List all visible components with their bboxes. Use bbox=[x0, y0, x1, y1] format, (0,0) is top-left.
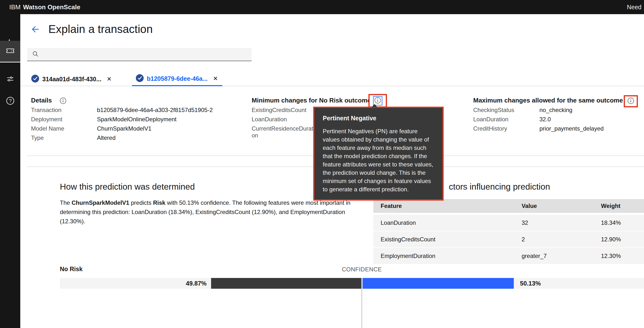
feature-name: CurrentResidenceDuration bbox=[252, 125, 317, 139]
column-header-value: Value bbox=[514, 203, 594, 209]
header-need-help-link[interactable]: Need bbox=[627, 0, 644, 14]
brand-ibm: IBM bbox=[9, 3, 20, 11]
no-risk-label: No Risk bbox=[60, 266, 82, 273]
feature-name: ExistingCreditsCount bbox=[252, 107, 317, 113]
min-changes-feature-list: ExistingCreditsCount LoanDuration Curren… bbox=[252, 107, 317, 141]
detail-row: Transactionb1205879-6dee-46a4-a303-2f815… bbox=[31, 107, 213, 113]
column-header-weight: Weight bbox=[594, 203, 644, 209]
min-changes-info-icon[interactable] bbox=[374, 97, 381, 105]
feature-name: LoanDuration bbox=[252, 116, 317, 123]
brand: IBM Watson OpenScale bbox=[9, 0, 80, 14]
details-heading: Details bbox=[31, 97, 52, 104]
left-nav: ? bbox=[0, 14, 20, 328]
factors-section-heading-visible-fragment: ctors influencing prediction bbox=[449, 182, 550, 192]
search-icon bbox=[32, 50, 39, 58]
predicted-class-bold: Risk bbox=[153, 199, 166, 206]
factors-table: Feature Value Weight LoanDuration 32 18.… bbox=[373, 199, 644, 264]
min-changes-heading: Minimum changes for No Risk outcome bbox=[252, 97, 371, 104]
risk-confidence-value: 50.13% bbox=[520, 280, 541, 287]
details-list: Transactionb1205879-6dee-46a4-a303-2f815… bbox=[31, 107, 213, 144]
sliders-icon bbox=[6, 75, 14, 84]
ticket-icon bbox=[6, 46, 15, 56]
table-row: EmploymentDuration greater_7 12.30% bbox=[373, 248, 644, 264]
svg-text:?: ? bbox=[9, 98, 12, 103]
no-risk-confidence-value: 49.87% bbox=[186, 280, 207, 287]
column-header-feature: Feature bbox=[373, 203, 514, 209]
tooltip-title: Pertinent Negative bbox=[323, 115, 434, 122]
page-title: Explain a transaction bbox=[48, 22, 153, 36]
detail-row: DeploymentSparkModelOnlineDeployment bbox=[31, 116, 213, 122]
risk-confidence-bar: 50.13% bbox=[362, 278, 644, 289]
confidence-axis-line bbox=[362, 278, 362, 328]
tab-transaction-2-active[interactable]: b1205879-6dee-46a... ✕ bbox=[132, 72, 222, 86]
confidence-axis-label: CONFIDENCE bbox=[342, 266, 382, 273]
model-name-bold: ChurnSparkModelV1 bbox=[72, 199, 129, 206]
checkmark-filled-icon bbox=[31, 74, 39, 84]
brand-product-name: Watson OpenScale bbox=[23, 3, 80, 11]
pertinent-negative-tooltip: Pertinent Negative Pertinent Negatives (… bbox=[313, 107, 444, 201]
no-risk-confidence-bar: 49.87% bbox=[60, 278, 361, 289]
details-info-icon[interactable] bbox=[60, 97, 66, 105]
back-arrow-icon bbox=[30, 31, 40, 35]
app-root: IBM Watson OpenScale Need bbox=[0, 0, 644, 328]
tab-label: b1205879-6dee-46a... bbox=[147, 75, 208, 82]
tab-label: 314aa01d-483f-430... bbox=[42, 76, 102, 83]
tab-close-icon[interactable]: ✕ bbox=[213, 76, 218, 81]
max-change-row: CheckingStatusno_checking bbox=[473, 107, 604, 113]
table-row: ExistingCreditsCount 2 12.90% bbox=[373, 231, 644, 248]
sidebar-item-configuration[interactable] bbox=[0, 71, 20, 88]
max-changes-info-icon[interactable] bbox=[628, 97, 634, 105]
factors-table-header: Feature Value Weight bbox=[373, 199, 644, 213]
help-icon: ? bbox=[6, 96, 15, 106]
risk-bar-fill bbox=[362, 278, 514, 289]
max-change-row: CreditHistoryprior_payments_delayed bbox=[473, 125, 604, 132]
max-changes-list: CheckingStatusno_checking LoanDuration32… bbox=[473, 107, 604, 134]
table-row: LoanDuration 32 18.34% bbox=[373, 215, 644, 231]
max-change-row: LoanDuration32.0 bbox=[473, 116, 604, 122]
max-changes-heading: Maximum changes allowed for the same out… bbox=[473, 97, 623, 104]
min-changes-info-annotation bbox=[368, 94, 387, 108]
sidebar-item-transactions[interactable] bbox=[0, 41, 20, 62]
search-input[interactable] bbox=[43, 51, 252, 58]
back-button[interactable] bbox=[30, 24, 40, 34]
tab-close-icon[interactable]: ✕ bbox=[107, 76, 112, 82]
checkmark-filled-icon bbox=[136, 74, 144, 83]
prediction-section-heading: How this prediction was determined bbox=[60, 182, 195, 192]
max-changes-info-annotation bbox=[624, 95, 638, 107]
top-header-bar: IBM Watson OpenScale Need bbox=[0, 0, 644, 14]
tab-transaction-1[interactable]: 314aa01d-483f-430... ✕ bbox=[27, 72, 116, 86]
nav-divider bbox=[0, 62, 20, 62]
tooltip-body: Pertinent Negatives (PN) are feature val… bbox=[323, 127, 434, 194]
detail-row: TypeAltered bbox=[31, 134, 213, 141]
prediction-summary-text: The ChurnSparkModelV1 predicts Risk with… bbox=[60, 198, 353, 226]
detail-row: Model NameChurnSparkModelV1 bbox=[31, 125, 213, 132]
search-bar[interactable] bbox=[27, 48, 252, 61]
no-risk-bar-fill bbox=[211, 278, 361, 289]
sidebar-item-help[interactable]: ? bbox=[0, 93, 20, 110]
tooltip-caret bbox=[372, 104, 378, 107]
